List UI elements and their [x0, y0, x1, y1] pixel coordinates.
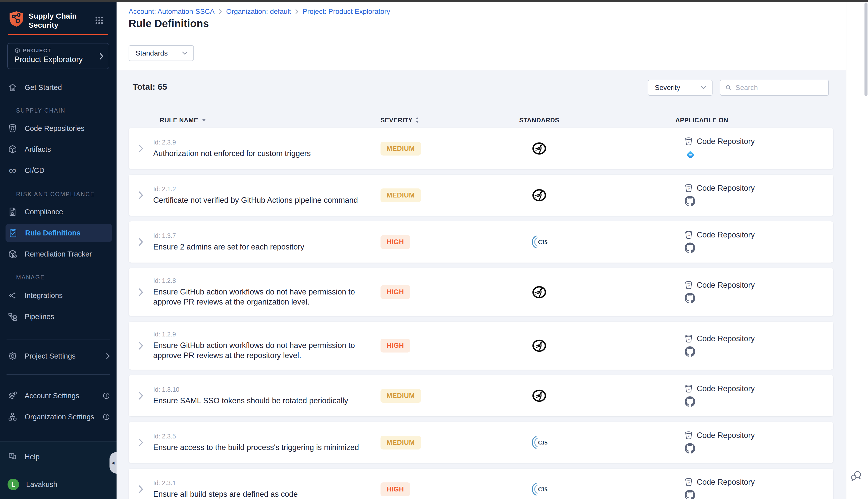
right-gutter: [846, 2, 868, 499]
search-input[interactable]: [736, 84, 824, 92]
svg-text:?: ?: [11, 453, 13, 457]
user-menu[interactable]: L Lavakush: [8, 477, 110, 491]
box-icon: [8, 144, 17, 154]
column-header-standards: STANDARDS: [459, 117, 620, 124]
row-expand-chevron[interactable]: [128, 391, 153, 400]
row-expand-chevron[interactable]: [128, 438, 153, 447]
info-icon[interactable]: [102, 392, 110, 400]
section-supply-chain: SUPPLY CHAIN: [16, 107, 65, 115]
table-row[interactable]: Id: 1.3.10 Ensure SAML SSO tokens should…: [128, 375, 833, 416]
infinity-icon: ∞: [8, 165, 17, 175]
row-expand-chevron[interactable]: [128, 341, 153, 350]
source-icon-slot: [685, 490, 833, 499]
scrollbar-thumb[interactable]: [865, 2, 868, 96]
code-repo-bucket-icon: [8, 123, 17, 133]
sidebar-item-pipelines[interactable]: Pipelines: [8, 309, 110, 324]
brand-accent-divider: [8, 34, 108, 35]
svg-text:‹/›: ‹/›: [687, 284, 690, 287]
owasp-icon: [532, 142, 546, 155]
row-expand-chevron[interactable]: [128, 191, 153, 199]
rule-id: Id: 2.3.5: [153, 433, 373, 440]
cis-icon: CIS: [531, 235, 547, 249]
severity-badge: HIGH: [381, 483, 410, 496]
owasp-icon: [532, 339, 546, 352]
sidebar-divider: [7, 339, 110, 339]
table-row[interactable]: Id: 1.2.8 Ensure GitHub action workflows…: [128, 268, 833, 316]
source-icon-slot: [685, 443, 833, 454]
sidebar-item-code-repositories[interactable]: Code Repositories: [8, 121, 110, 135]
sidebar-item-compliance[interactable]: Compliance: [8, 205, 110, 219]
page-header: Account: Automation-SSCA Organization: d…: [116, 2, 846, 70]
table-row[interactable]: Id: 2.3.9 Authorization not enforced for…: [128, 128, 833, 169]
standards-cell: [459, 389, 620, 402]
chat-help-icon[interactable]: [850, 469, 863, 483]
sidebar-collapse-handle[interactable]: ◀: [110, 452, 116, 474]
standards-cell: CIS: [459, 436, 620, 450]
column-header-severity[interactable]: SEVERITY: [381, 117, 459, 124]
chevron-right-icon: [219, 9, 222, 14]
chevron-right-icon: [295, 9, 299, 14]
severity-badge: MEDIUM: [381, 389, 421, 403]
severity-filter-dropdown[interactable]: Severity: [648, 80, 712, 96]
applicable-label: Code Repository: [697, 230, 755, 240]
code-repository-icon: ‹/›: [684, 137, 693, 146]
svg-text:‹/›: ‹/›: [687, 481, 690, 484]
section-risk-and-compliance: RISK AND COMPLIANCE: [16, 191, 95, 198]
row-expand-chevron[interactable]: [128, 485, 153, 494]
sidebar-item-get-started[interactable]: Get Started: [8, 81, 110, 95]
supply-chain-security-logo: [8, 10, 25, 28]
harness-code-icon: </>: [685, 149, 696, 160]
applicable-label: Code Repository: [697, 137, 755, 146]
table-row[interactable]: Id: 1.2.9 Ensure GitHub action workflows…: [128, 321, 833, 369]
svg-text:‹/›: ‹/›: [687, 338, 690, 340]
breadcrumb-project[interactable]: Project: Product Exploratory: [303, 8, 390, 15]
standards-filter-dropdown[interactable]: Standards: [128, 45, 194, 61]
header-divider: [116, 37, 846, 37]
rule-title: Ensure 2 admins are set for each reposit…: [153, 242, 373, 252]
sort-desc-icon: [202, 118, 206, 122]
sidebar-item-rule-definitions[interactable]: Rule Definitions: [5, 224, 112, 242]
breadcrumb: Account: Automation-SSCA Organization: d…: [128, 8, 390, 15]
table-row[interactable]: Id: 2.3.5 Ensure access to the build pro…: [128, 422, 833, 463]
sidebar-item-remediation-tracker[interactable]: Remediation Tracker: [8, 247, 110, 261]
project-selector[interactable]: PROJECT Product Exploratory: [7, 43, 109, 69]
sidebar-item-artifacts[interactable]: Artifacts: [8, 142, 110, 156]
code-repository-icon: ‹/›: [684, 281, 693, 290]
table-row[interactable]: Id: 2.1.2 Certificate not verified by Gi…: [128, 175, 833, 216]
applicable-label: Code Repository: [697, 184, 755, 193]
applicable-label: Code Repository: [697, 384, 755, 393]
severity-badge: MEDIUM: [381, 142, 421, 156]
rule-id: Id: 1.3.7: [153, 232, 373, 240]
app-grid-icon[interactable]: [95, 15, 104, 25]
standards-cell: [459, 286, 620, 299]
info-icon[interactable]: [102, 413, 110, 421]
svg-text:</>: </>: [689, 153, 692, 156]
severity-badge: HIGH: [381, 339, 410, 353]
breadcrumb-organization[interactable]: Organization: default: [226, 8, 291, 15]
layers-gear-icon: [8, 391, 17, 401]
standards-filter-label: Standards: [136, 49, 168, 57]
row-expand-chevron[interactable]: [128, 144, 153, 153]
integrations-icon: [8, 291, 17, 301]
row-expand-chevron[interactable]: [128, 288, 153, 296]
breadcrumb-account[interactable]: Account: Automation-SSCA: [128, 8, 214, 15]
column-header-rule-name[interactable]: RULE NAME: [153, 117, 381, 124]
github-icon: [685, 490, 695, 499]
sidebar-item-project-settings[interactable]: Project Settings: [8, 349, 110, 363]
rule-id: Id: 1.3.10: [153, 386, 373, 393]
applicable-label: Code Repository: [697, 334, 755, 343]
sidebar-item-organization-settings[interactable]: Organization Settings: [8, 410, 110, 424]
sidebar-bottom-panel: ? Help L Lavakush: [0, 441, 116, 499]
standards-cell: [459, 189, 620, 202]
table-row[interactable]: Id: 1.3.7 Ensure 2 admins are set for ea…: [128, 221, 833, 263]
standards-cell: CIS: [459, 235, 620, 249]
standards-cell: CIS: [459, 482, 620, 496]
sidebar-item-integrations[interactable]: Integrations: [8, 289, 110, 303]
table-row[interactable]: Id: 2.3.1 Ensure all build steps are def…: [128, 468, 833, 499]
sidebar-item-account-settings[interactable]: Account Settings: [8, 389, 110, 403]
pipelines-icon: [8, 312, 17, 321]
sidebar-item-help[interactable]: ? Help: [8, 450, 110, 464]
user-name: Lavakush: [26, 480, 110, 489]
sidebar-item-cicd[interactable]: ∞ CI/CD: [8, 163, 110, 178]
row-expand-chevron[interactable]: [128, 238, 153, 246]
